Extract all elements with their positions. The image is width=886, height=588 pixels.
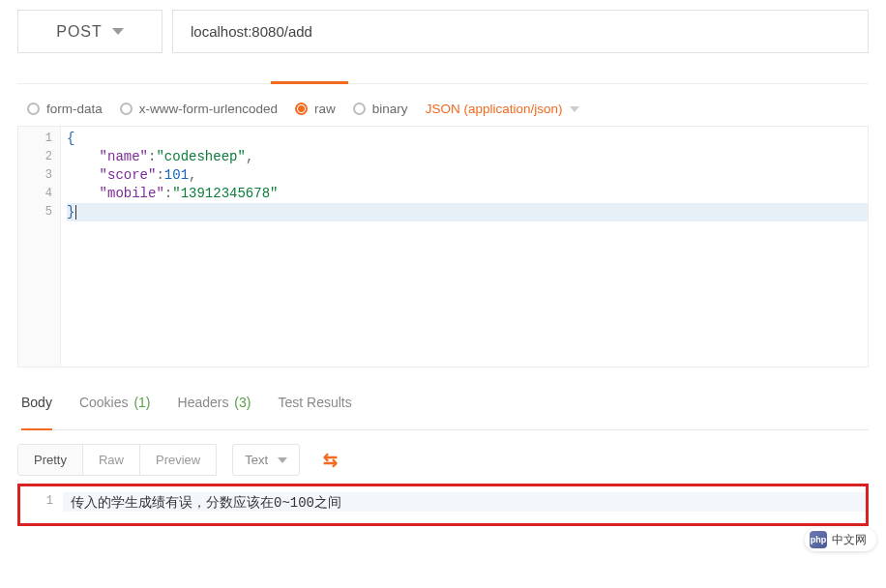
line-number: 3	[18, 166, 52, 185]
tab-headers[interactable]: Headers (3)	[178, 395, 251, 420]
code-line: "score":101,	[67, 166, 868, 185]
radio-label: form-data	[46, 102, 103, 116]
request-body-editor[interactable]: 1 2 3 4 5 { "name":"codesheep", "score":…	[17, 126, 869, 368]
view-preview[interactable]: Preview	[140, 445, 216, 475]
response-tabs: Body Cookies (1) Headers (3) Test Result…	[17, 385, 869, 430]
chevron-down-icon	[278, 457, 287, 463]
tab-test-results[interactable]: Test Results	[278, 395, 351, 420]
radio-icon	[295, 103, 308, 115]
line-number: 2	[18, 148, 52, 166]
line-number: 1	[18, 130, 52, 148]
url-value: localhost:8080/add	[191, 23, 312, 40]
response-line-number: 1	[20, 492, 63, 512]
radio-form-data[interactable]: form-data	[27, 102, 103, 116]
radio-icon	[27, 103, 40, 115]
watermark-text: 中文网	[832, 532, 867, 537]
format-label: Text	[245, 453, 268, 467]
code-line: "name":"codesheep",	[67, 148, 868, 166]
response-text[interactable]: 传入的学生成绩有误，分数应该在0~100之间	[63, 492, 866, 512]
chevron-down-icon	[570, 106, 579, 112]
radio-binary[interactable]: binary	[353, 102, 408, 116]
radio-icon	[353, 103, 366, 115]
watermark-badge: php 中文网	[805, 528, 876, 536]
view-pretty[interactable]: Pretty	[18, 445, 83, 475]
radio-raw[interactable]: raw	[295, 102, 336, 116]
view-raw[interactable]: Raw	[83, 445, 140, 475]
tab-body[interactable]: Body	[21, 395, 52, 430]
radio-label: raw	[314, 102, 336, 116]
content-type-select[interactable]: JSON (application/json)	[426, 102, 580, 116]
php-logo-icon: php	[810, 531, 827, 536]
response-body: 1 传入的学生成绩有误，分数应该在0~100之间	[20, 492, 866, 512]
chevron-down-icon	[112, 28, 124, 35]
http-method-value: POST	[56, 23, 103, 41]
view-mode-tabs: Pretty Raw Preview	[17, 444, 217, 476]
editor-gutter: 1 2 3 4 5	[18, 127, 61, 367]
tab-cookies[interactable]: Cookies (1)	[79, 395, 151, 420]
radio-label: binary	[372, 102, 408, 116]
code-line: }	[67, 203, 868, 221]
response-format-select[interactable]: Text	[232, 444, 300, 476]
code-line: {	[67, 130, 868, 148]
cursor-icon	[75, 205, 76, 220]
radio-icon	[120, 103, 133, 115]
response-view-controls: Pretty Raw Preview Text ⇆	[17, 444, 869, 476]
content-type-label: JSON (application/json)	[426, 102, 563, 116]
radio-x-www-form-urlencoded[interactable]: x-www-form-urlencoded	[120, 102, 278, 116]
url-input[interactable]: localhost:8080/add	[172, 10, 869, 53]
body-type-row: form-data x-www-form-urlencoded raw bina…	[27, 102, 869, 116]
request-tabs-underline	[17, 73, 869, 84]
response-highlight-box: 1 传入的学生成绩有误，分数应该在0~100之间	[17, 484, 869, 526]
code-line: "mobile":"13912345678"	[67, 185, 868, 203]
http-method-select[interactable]: POST	[17, 10, 162, 53]
wrap-lines-icon[interactable]: ⇆	[315, 446, 345, 475]
radio-label: x-www-form-urlencoded	[139, 102, 278, 116]
line-number: 5	[18, 203, 52, 221]
line-number: 4	[18, 185, 52, 203]
editor-code[interactable]: { "name":"codesheep", "score":101, "mobi…	[61, 127, 868, 367]
